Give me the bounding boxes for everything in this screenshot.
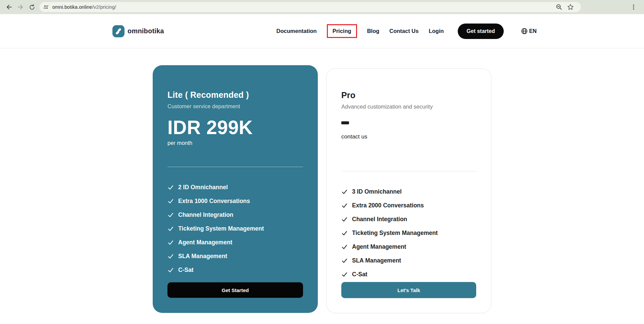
feature-item: Channel Integration [167,211,303,219]
check-icon [167,184,174,191]
feature-label: 3 ID Omnichannel [352,188,402,196]
main-nav: Documentation Pricing Blog Contact Us Lo… [277,24,537,39]
feature-item: Channel Integration [341,215,476,223]
lite-get-started-button[interactable]: Get Started [167,282,303,298]
pricing-section: Lite ( Recomended ) Customer service dep… [0,48,644,313]
plan-description: Customer service department [167,103,303,110]
check-icon [341,271,348,278]
feature-label: C-Sat [352,270,367,278]
nav-item-contact-us[interactable]: Contact Us [389,28,418,34]
back-icon[interactable] [3,1,15,13]
plan-description: Advanced customization and security [341,104,476,110]
card-divider [167,167,303,167]
omnibotika-logo-icon [112,25,125,37]
site-header: omnibotika Documentation Pricing Blog Co… [0,14,644,48]
feature-label: Agent Management [178,238,232,246]
nav-item-pricing[interactable]: Pricing [333,28,351,34]
plan-name: Lite ( Recomended ) [167,90,303,100]
feature-label: C-Sat [178,266,194,274]
check-icon [167,226,174,232]
brand-name: omnibotika [128,27,164,35]
plan-card-lite: Lite ( Recomended ) Customer service dep… [153,65,318,313]
url-path: /v2/pricing/ [92,4,116,10]
feature-label: SLA Management [352,256,401,265]
reload-icon[interactable] [26,1,38,13]
address-bar[interactable]: omni.botika.online/v2/pricing/ [40,2,581,12]
language-switcher[interactable]: EN [521,28,537,34]
feature-item: Ticketing System Management [341,229,476,237]
plan-price: IDR 299K [167,117,303,138]
check-icon [167,198,174,204]
browser-toolbar: omni.botika.online/v2/pricing/ [0,0,644,14]
price-dash-icon [341,121,349,124]
feature-item: 2 ID Omnichannel [167,183,303,191]
site-controls-icon[interactable] [43,4,49,10]
forward-icon[interactable] [15,1,26,13]
feature-item: Ticketing System Management [167,225,303,233]
feature-label: Ticketing System Management [178,225,264,233]
bookmark-star-icon[interactable] [565,1,576,13]
feature-item: C-Sat [167,266,303,274]
url-domain: omni.botika.online [52,4,92,10]
check-icon [341,244,348,250]
feature-label: 2 ID Omnichannel [178,183,228,191]
check-icon [341,216,348,222]
feature-label: Ticketing System Management [352,229,438,237]
feature-label: SLA Management [178,252,227,260]
plan-card-pro: Pro Advanced customization and security … [326,68,491,313]
annotation-red-box: Pricing [327,24,357,38]
brand-logo[interactable]: omnibotika [112,25,164,37]
feature-list: 2 ID Omnichannel Extra 1000 Conversation… [167,183,303,274]
language-code: EN [529,28,537,34]
check-icon [341,202,348,209]
feature-item: Extra 2000 Conversations [341,201,476,209]
zoom-out-icon[interactable] [553,1,565,13]
price-area: IDR 299K per month [167,117,303,153]
url-text: omni.botika.online/v2/pricing/ [52,4,116,10]
feature-label: Extra 1000 Conversations [178,197,250,205]
plan-price-period: per month [167,140,303,146]
feature-list: 3 ID Omnichannel Extra 2000 Conversation… [341,188,476,278]
nav-item-documentation[interactable]: Documentation [277,28,317,34]
plan-name: Pro [341,90,476,100]
nav-item-blog[interactable]: Blog [367,28,380,34]
feature-label: Agent Management [352,243,406,251]
feature-item: SLA Management [341,256,476,265]
browser-menu-icon[interactable] [628,1,639,13]
plan-price-period: contact us [341,133,476,140]
check-icon [341,257,348,264]
price-area: contact us [341,121,476,158]
feature-item: SLA Management [167,252,303,260]
check-icon [167,239,174,246]
pro-lets-talk-button[interactable]: Let's Talk [341,282,476,298]
globe-icon [521,28,528,34]
check-icon [341,189,348,195]
feature-label: Channel Integration [352,215,407,223]
feature-item: 3 ID Omnichannel [341,188,476,196]
check-icon [167,267,174,273]
feature-label: Extra 2000 Conversations [352,201,424,209]
feature-item: C-Sat [341,270,476,278]
check-icon [167,253,174,259]
feature-item: Agent Management [341,243,476,251]
check-icon [167,212,174,218]
nav-item-login[interactable]: Login [429,28,444,34]
feature-label: Channel Integration [178,211,233,219]
get-started-button[interactable]: Get started [458,24,503,39]
feature-item: Agent Management [167,238,303,246]
card-divider [341,171,476,171]
feature-item: Extra 1000 Conversations [167,197,303,205]
check-icon [341,230,348,236]
